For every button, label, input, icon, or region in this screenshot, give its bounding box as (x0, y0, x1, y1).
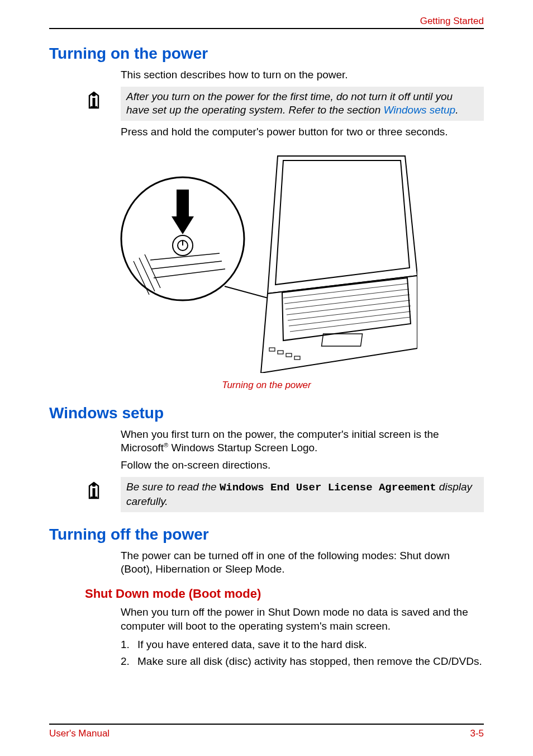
info-icon (82, 479, 106, 504)
shutdown-intro: When you turn off the power in Shut Down… (121, 606, 484, 633)
note-text-post: . (455, 104, 458, 116)
footer-page-number: 3-5 (470, 728, 484, 739)
footer-manual-label: User's Manual (49, 728, 110, 739)
svg-rect-1 (93, 98, 96, 106)
svg-marker-11 (275, 160, 410, 285)
windows-setup-p2: Follow the on-screen directions. (121, 459, 484, 472)
svg-rect-2 (91, 106, 97, 108)
heading-windows-setup: Windows setup (49, 404, 484, 422)
eula-note-pre: Be sure to read the (126, 481, 220, 493)
svg-point-0 (92, 92, 96, 96)
figure-laptop-power (49, 149, 484, 375)
header-rule (49, 28, 484, 29)
info-icon (82, 89, 106, 114)
turn-on-intro: This section describes how to turn on th… (121, 68, 484, 82)
turn-off-intro: The power can be turned off in one of th… (121, 549, 484, 577)
footer-rule (49, 724, 484, 725)
list-item: 1. If you have entered data, save it to … (121, 637, 484, 652)
figure-caption-turn-on: Turning on the power (49, 380, 484, 391)
shutdown-steps: 1. If you have entered data, save it to … (121, 637, 484, 668)
note-box-turn-on: After you turn on the power for the firs… (121, 87, 484, 121)
link-windows-setup[interactable]: Windows setup (383, 104, 455, 116)
list-item: 2. Make sure all disk (disc) activity ha… (121, 654, 484, 669)
svg-point-26 (92, 483, 96, 487)
eula-label: Windows End User License Agreement (220, 481, 436, 494)
heading-shutdown-mode: Shut Down mode (Boot mode) (85, 587, 484, 601)
header-chapter-label: Getting Started (420, 16, 484, 27)
note-box-eula: Be sure to read the Windows End User Lic… (121, 477, 484, 512)
heading-turning-on-power: Turning on the power (49, 45, 484, 63)
press-hold-text: Press and hold the computer's power butt… (121, 125, 484, 139)
svg-rect-28 (91, 497, 97, 498)
heading-turning-off-power: Turning off the power (49, 526, 484, 544)
svg-rect-27 (93, 488, 96, 497)
windows-setup-p1: When you first turn on the power, the co… (121, 428, 484, 456)
